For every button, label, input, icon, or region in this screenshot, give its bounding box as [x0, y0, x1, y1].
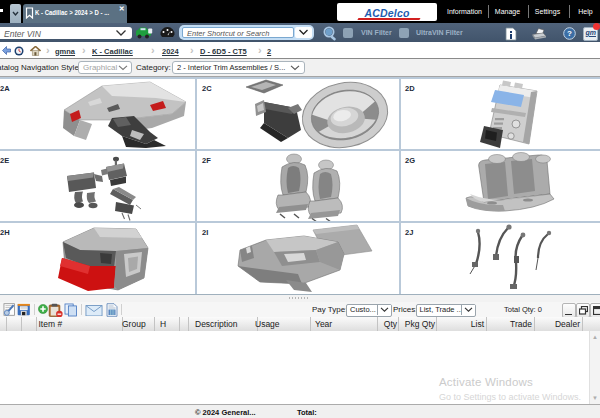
- svg-text:?: ?: [567, 29, 572, 38]
